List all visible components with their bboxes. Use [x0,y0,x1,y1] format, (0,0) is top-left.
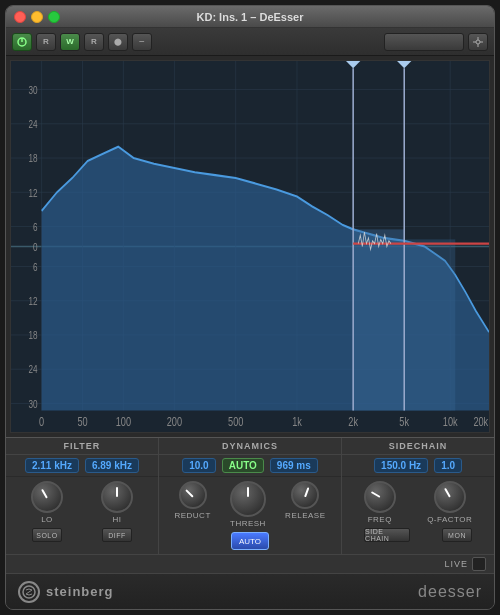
svg-text:18: 18 [28,152,37,165]
sidechain-button[interactable]: SIDE CHAIN [364,528,410,542]
sidechain-freq-value[interactable]: 150.0 Hz [374,458,428,473]
reduct-knob[interactable] [179,481,207,509]
svg-text:6: 6 [33,220,38,233]
filter-lo-knob-container: LO [31,481,63,524]
thresh-knob[interactable] [230,481,266,517]
dynamics-buttons: AUTO [159,530,341,554]
svg-text:0: 0 [33,240,38,253]
write-button[interactable]: W [60,33,80,51]
controls-section: FILTER 2.11 kHz 6.89 kHz LO [6,437,494,573]
svg-text:1k: 1k [292,415,302,429]
svg-text:24: 24 [28,118,37,131]
svg-text:10k: 10k [443,415,458,429]
dynamics-panel: DYNAMICS 10.0 AUTO 969 ms REDUCT [159,438,342,554]
dynamics-reduct-value[interactable]: 10.0 [182,458,215,473]
sidechain-knobs: FREQ Q-FACTOR [342,477,494,526]
sidechain-buttons: SIDE CHAIN MON [342,526,494,546]
mon-btn-container: MON [442,528,472,542]
svg-text:5k: 5k [399,415,409,429]
filter-hi-knob[interactable] [101,481,133,513]
svg-text:500: 500 [228,415,243,429]
filter-buttons: SOLO DIFF [6,526,158,546]
power-button[interactable] [12,33,32,51]
thresh-label: THRESH [230,519,266,528]
sidechain-q-value[interactable]: 1.0 [434,458,462,473]
minimize-button[interactable] [31,11,43,23]
plugin-name-text: de [418,583,438,600]
spectrum-display: 0 50 100 200 500 1k 2k 5k 10k 20k 30 24 … [10,60,490,433]
sidechain-values-row: 150.0 Hz 1.0 [342,455,494,477]
maximize-button[interactable] [48,11,60,23]
solo-button[interactable]: SOLO [32,528,62,542]
freq-indicator [371,491,381,498]
lo-knob-indicator [41,489,48,499]
reduct-indicator [185,489,193,497]
brand-name: steinberg [46,584,114,599]
sidechain-btn-container: SIDE CHAIN [364,528,410,542]
window-title: KD: Ins. 1 – DeEsser [197,11,304,23]
thresh-knob-container: THRESH [230,481,266,528]
sidechain-panel: SIDECHAIN 150.0 Hz 1.0 FREQ [342,438,494,554]
steinberg-circle-icon [18,581,40,603]
release-indicator [304,487,309,497]
dynamics-knobs: REDUCT THRESH RELEASE [159,477,341,530]
minus-button[interactable]: − [132,33,152,51]
steinberg-logo: steinberg [18,581,114,603]
read-button[interactable]: R [36,33,56,51]
dynamics-thresh-value[interactable]: AUTO [222,458,264,473]
preset-dropdown[interactable] [384,33,464,51]
filter-title: FILTER [6,438,158,455]
release-knob[interactable] [291,481,319,509]
release-label: RELEASE [285,511,325,520]
svg-text:12: 12 [28,186,37,199]
reduct-knob-container: REDUCT [174,481,210,520]
dynamics-values-row: 10.0 AUTO 969 ms [159,455,341,477]
dynamics-release-value[interactable]: 969 ms [270,458,318,473]
read2-button[interactable]: R [84,33,104,51]
svg-text:2k: 2k [348,415,358,429]
live-label: LIVE [444,559,468,569]
filter-lo-knob[interactable] [31,481,63,513]
filter-values-row: 2.11 kHz 6.89 kHz [6,455,158,477]
mon-button[interactable]: MON [442,528,472,542]
bottom-bar: steinberg deesser [6,573,494,609]
svg-rect-30 [404,239,455,410]
toolbar-right [384,33,488,51]
mono-button[interactable]: ⬤ [108,33,128,51]
freq-knob[interactable] [364,481,396,513]
qfactor-indicator [444,488,451,498]
auto-button[interactable]: AUTO [231,532,269,550]
plugin-name-container: deesser [418,583,482,601]
freq-knob-container: FREQ [364,481,396,524]
freq-label: FREQ [368,515,392,524]
svg-text:200: 200 [167,415,182,429]
svg-text:20k: 20k [473,415,488,429]
svg-text:12: 12 [28,295,37,308]
svg-text:18: 18 [28,329,37,342]
thresh-indicator [247,487,249,497]
filter-hi-knob-container: HI [101,481,133,524]
qfactor-label: Q-FACTOR [427,515,472,524]
svg-text:50: 50 [77,415,87,429]
filter-knobs: LO HI [6,477,158,526]
title-bar: KD: Ins. 1 – DeEsser [6,6,494,28]
filter-hi-value[interactable]: 6.89 kHz [85,458,139,473]
diff-button[interactable]: DIFF [102,528,132,542]
svg-rect-29 [353,229,404,410]
filter-lo-value[interactable]: 2.11 kHz [25,458,79,473]
live-checkbox[interactable] [472,557,486,571]
settings-button[interactable] [468,33,488,51]
plugin-name-primary: deesser [418,583,482,601]
traffic-lights [14,11,60,23]
qfactor-knob[interactable] [434,481,466,513]
svg-text:6: 6 [33,260,38,273]
reduct-label: REDUCT [174,511,210,520]
close-button[interactable] [14,11,26,23]
live-section: LIVE [6,555,494,573]
sidechain-title: SIDECHAIN [342,438,494,455]
svg-point-2 [476,40,480,44]
svg-text:100: 100 [116,415,131,429]
plugin-window: KD: Ins. 1 – DeEsser R W R ⬤ − [5,5,495,610]
filter-hi-label: HI [112,515,121,524]
svg-text:0: 0 [39,415,44,429]
